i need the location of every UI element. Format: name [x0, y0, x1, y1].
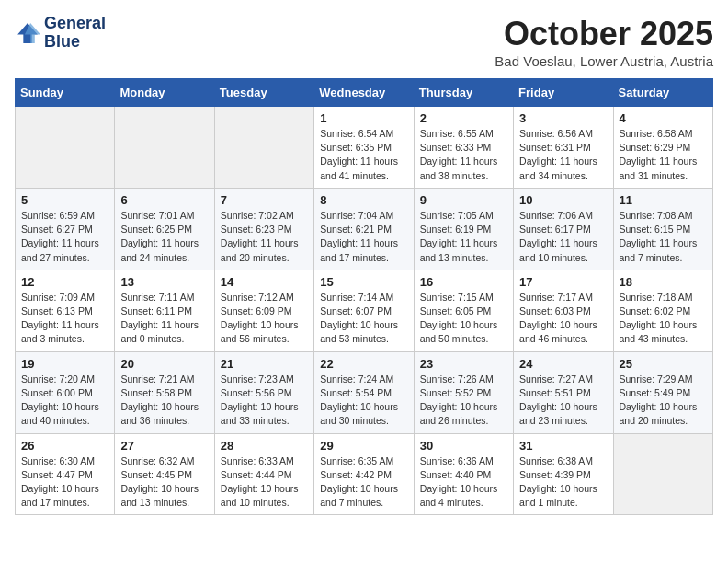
- day-info: Sunrise: 7:14 AM Sunset: 6:07 PM Dayligh…: [320, 291, 408, 347]
- day-info: Sunrise: 7:11 AM Sunset: 6:11 PM Dayligh…: [120, 291, 209, 347]
- calendar-table: SundayMondayTuesdayWednesdayThursdayFrid…: [15, 78, 713, 515]
- day-info: Sunrise: 7:23 AM Sunset: 5:56 PM Dayligh…: [221, 373, 309, 429]
- day-number: 12: [21, 275, 109, 289]
- day-info: Sunrise: 7:29 AM Sunset: 5:49 PM Dayligh…: [620, 373, 708, 429]
- calendar-cell: 28Sunrise: 6:33 AM Sunset: 4:44 PM Dayli…: [214, 433, 313, 515]
- day-number: 28: [221, 439, 309, 453]
- calendar-cell: 10Sunrise: 7:06 AM Sunset: 6:17 PM Dayli…: [514, 188, 613, 270]
- day-info: Sunrise: 7:21 AM Sunset: 5:58 PM Dayligh…: [120, 373, 209, 429]
- calendar-cell: 12Sunrise: 7:09 AM Sunset: 6:13 PM Dayli…: [16, 270, 115, 351]
- calendar-week-row: 26Sunrise: 6:30 AM Sunset: 4:47 PM Dayli…: [16, 433, 713, 515]
- day-number: 26: [21, 439, 109, 453]
- day-info: Sunrise: 7:12 AM Sunset: 6:09 PM Dayligh…: [221, 291, 309, 347]
- day-info: Sunrise: 6:56 AM Sunset: 6:31 PM Dayligh…: [519, 127, 608, 183]
- calendar-cell: 24Sunrise: 7:27 AM Sunset: 5:51 PM Dayli…: [514, 351, 613, 433]
- calendar-cell: 4Sunrise: 6:58 AM Sunset: 6:29 PM Daylig…: [613, 107, 712, 189]
- day-info: Sunrise: 6:33 AM Sunset: 4:44 PM Dayligh…: [221, 454, 309, 511]
- day-number: 10: [519, 193, 608, 207]
- day-info: Sunrise: 6:59 AM Sunset: 6:27 PM Dayligh…: [21, 209, 109, 265]
- calendar-cell: 21Sunrise: 7:23 AM Sunset: 5:56 PM Dayli…: [214, 351, 313, 433]
- day-info: Sunrise: 6:35 AM Sunset: 4:42 PM Dayligh…: [320, 454, 408, 511]
- weekday-header-wednesday: Wednesday: [314, 79, 414, 107]
- calendar-cell: 23Sunrise: 7:26 AM Sunset: 5:52 PM Dayli…: [414, 351, 513, 433]
- month-title: October 2025: [495, 15, 713, 53]
- calendar-cell: 22Sunrise: 7:24 AM Sunset: 5:54 PM Dayli…: [314, 351, 414, 433]
- page-header: General Blue October 2025 Bad Voeslau, L…: [15, 15, 713, 69]
- day-info: Sunrise: 7:02 AM Sunset: 6:23 PM Dayligh…: [221, 209, 309, 265]
- day-info: Sunrise: 7:08 AM Sunset: 6:15 PM Dayligh…: [620, 209, 708, 265]
- calendar-cell: 17Sunrise: 7:17 AM Sunset: 6:03 PM Dayli…: [514, 270, 613, 351]
- day-number: 5: [21, 193, 109, 207]
- weekday-header-sunday: Sunday: [16, 79, 115, 107]
- calendar-cell: 3Sunrise: 6:56 AM Sunset: 6:31 PM Daylig…: [514, 107, 613, 189]
- logo-icon: [15, 20, 40, 46]
- day-info: Sunrise: 7:27 AM Sunset: 5:51 PM Dayligh…: [519, 373, 608, 429]
- day-number: 22: [320, 357, 408, 371]
- day-info: Sunrise: 7:24 AM Sunset: 5:54 PM Dayligh…: [320, 373, 408, 429]
- day-number: 17: [519, 275, 608, 289]
- logo: General Blue: [15, 15, 106, 52]
- day-number: 14: [221, 275, 309, 289]
- calendar-cell: 13Sunrise: 7:11 AM Sunset: 6:11 PM Dayli…: [115, 270, 214, 351]
- calendar-cell: 31Sunrise: 6:38 AM Sunset: 4:39 PM Dayli…: [514, 433, 613, 515]
- day-number: 3: [519, 111, 608, 125]
- title-block: October 2025 Bad Voeslau, Lower Austria,…: [495, 15, 713, 69]
- day-number: 27: [120, 439, 209, 453]
- day-info: Sunrise: 7:05 AM Sunset: 6:19 PM Dayligh…: [420, 209, 508, 265]
- calendar-cell: 30Sunrise: 6:36 AM Sunset: 4:40 PM Dayli…: [414, 433, 513, 515]
- day-number: 16: [420, 275, 508, 289]
- day-number: 23: [420, 357, 508, 371]
- day-info: Sunrise: 6:30 AM Sunset: 4:47 PM Dayligh…: [21, 454, 109, 511]
- calendar-week-row: 12Sunrise: 7:09 AM Sunset: 6:13 PM Dayli…: [16, 270, 713, 351]
- calendar-cell: 6Sunrise: 7:01 AM Sunset: 6:25 PM Daylig…: [115, 188, 214, 270]
- calendar-cell: 14Sunrise: 7:12 AM Sunset: 6:09 PM Dayli…: [214, 270, 313, 351]
- day-info: Sunrise: 6:32 AM Sunset: 4:45 PM Dayligh…: [120, 454, 209, 511]
- calendar-cell: [613, 433, 712, 515]
- day-number: 7: [221, 193, 309, 207]
- weekday-header-row: SundayMondayTuesdayWednesdayThursdayFrid…: [16, 79, 713, 107]
- calendar-cell: 29Sunrise: 6:35 AM Sunset: 4:42 PM Dayli…: [314, 433, 414, 515]
- calendar-cell: 26Sunrise: 6:30 AM Sunset: 4:47 PM Dayli…: [16, 433, 115, 515]
- calendar-cell: 20Sunrise: 7:21 AM Sunset: 5:58 PM Dayli…: [115, 351, 214, 433]
- calendar-cell: 27Sunrise: 6:32 AM Sunset: 4:45 PM Dayli…: [115, 433, 214, 515]
- day-info: Sunrise: 7:18 AM Sunset: 6:02 PM Dayligh…: [620, 291, 708, 347]
- day-number: 21: [221, 357, 309, 371]
- calendar-cell: 19Sunrise: 7:20 AM Sunset: 6:00 PM Dayli…: [16, 351, 115, 433]
- day-number: 6: [120, 193, 209, 207]
- calendar-week-row: 5Sunrise: 6:59 AM Sunset: 6:27 PM Daylig…: [16, 188, 713, 270]
- calendar-cell: 18Sunrise: 7:18 AM Sunset: 6:02 PM Dayli…: [613, 270, 712, 351]
- calendar-cell: [115, 107, 214, 189]
- calendar-cell: 1Sunrise: 6:54 AM Sunset: 6:35 PM Daylig…: [314, 107, 414, 189]
- day-info: Sunrise: 7:15 AM Sunset: 6:05 PM Dayligh…: [420, 291, 508, 347]
- day-info: Sunrise: 7:17 AM Sunset: 6:03 PM Dayligh…: [519, 291, 608, 347]
- day-number: 1: [320, 111, 408, 125]
- calendar-week-row: 19Sunrise: 7:20 AM Sunset: 6:00 PM Dayli…: [16, 351, 713, 433]
- calendar-week-row: 1Sunrise: 6:54 AM Sunset: 6:35 PM Daylig…: [16, 107, 713, 189]
- day-info: Sunrise: 7:01 AM Sunset: 6:25 PM Dayligh…: [120, 209, 209, 265]
- day-number: 24: [519, 357, 608, 371]
- calendar-cell: 15Sunrise: 7:14 AM Sunset: 6:07 PM Dayli…: [314, 270, 414, 351]
- calendar-cell: [16, 107, 115, 189]
- day-info: Sunrise: 6:58 AM Sunset: 6:29 PM Dayligh…: [620, 127, 708, 183]
- logo-text: General Blue: [44, 15, 106, 52]
- day-number: 2: [420, 111, 508, 125]
- weekday-header-friday: Friday: [514, 79, 613, 107]
- day-number: 18: [620, 275, 708, 289]
- day-number: 30: [420, 439, 508, 453]
- day-number: 4: [620, 111, 708, 125]
- calendar-cell: 5Sunrise: 6:59 AM Sunset: 6:27 PM Daylig…: [16, 188, 115, 270]
- weekday-header-tuesday: Tuesday: [214, 79, 313, 107]
- day-number: 9: [420, 193, 508, 207]
- day-number: 15: [320, 275, 408, 289]
- calendar-cell: 9Sunrise: 7:05 AM Sunset: 6:19 PM Daylig…: [414, 188, 513, 270]
- day-number: 19: [21, 357, 109, 371]
- weekday-header-monday: Monday: [115, 79, 214, 107]
- calendar-cell: 8Sunrise: 7:04 AM Sunset: 6:21 PM Daylig…: [314, 188, 414, 270]
- day-info: Sunrise: 6:55 AM Sunset: 6:33 PM Dayligh…: [420, 127, 508, 183]
- day-number: 25: [620, 357, 708, 371]
- day-info: Sunrise: 7:09 AM Sunset: 6:13 PM Dayligh…: [21, 291, 109, 347]
- calendar-cell: 16Sunrise: 7:15 AM Sunset: 6:05 PM Dayli…: [414, 270, 513, 351]
- calendar-cell: 7Sunrise: 7:02 AM Sunset: 6:23 PM Daylig…: [214, 188, 313, 270]
- day-number: 20: [120, 357, 209, 371]
- day-number: 31: [519, 439, 608, 453]
